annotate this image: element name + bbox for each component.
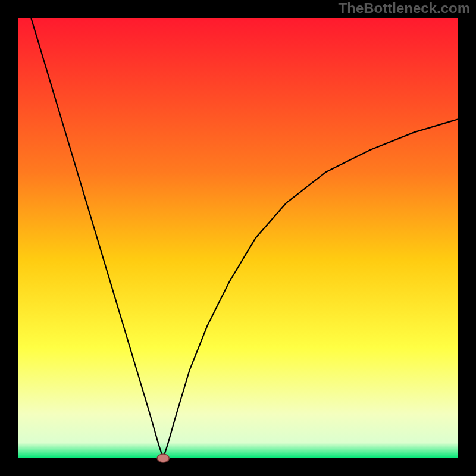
chart-frame: { "watermark": "TheBottleneck.com", "cha… (0, 0, 476, 476)
watermark-text: TheBottleneck.com (339, 0, 470, 17)
optimal-marker (157, 454, 169, 462)
bottleneck-chart (0, 0, 476, 476)
plot-background (18, 18, 458, 458)
